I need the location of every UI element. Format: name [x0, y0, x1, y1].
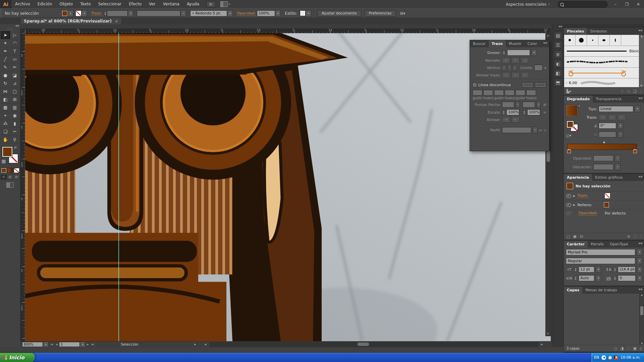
hscroll-left-icon[interactable]: ◀: [203, 343, 208, 346]
add-effect-icon[interactable]: fx: [580, 234, 583, 239]
gradient-aspect-field[interactable]: [599, 131, 616, 137]
scale-tool[interactable]: ⊿: [10, 79, 19, 87]
menu-ayuda[interactable]: Ayuda: [183, 0, 203, 8]
character-tab-carácter[interactable]: Carácter: [564, 241, 588, 248]
free-transform-tool[interactable]: ▢: [10, 87, 19, 96]
close-button[interactable]: ✕: [633, 0, 644, 8]
gradient-angle-dropdown[interactable]: ▾: [618, 122, 623, 129]
gradient-location-dropdown[interactable]: ▾: [615, 164, 621, 170]
control-bar-grip[interactable]: [0, 9, 2, 18]
eraser-tool[interactable]: ◪: [10, 71, 19, 79]
workspace-switcher[interactable]: Aspectos esenciales ▾: [506, 0, 550, 8]
hide-icons-button[interactable]: ◀: [601, 355, 606, 360]
stroke-weight-field[interactable]: [507, 50, 530, 56]
arrange-documents-icon[interactable]: [220, 1, 228, 7]
artboard-dropdown[interactable]: ▾: [80, 342, 86, 347]
search-input[interactable]: [558, 1, 607, 8]
leading-stepper[interactable]: ▲▼: [613, 266, 616, 273]
slice-tool[interactable]: ✂: [10, 128, 19, 136]
fill-indicator[interactable]: [2, 146, 13, 157]
navigator-panel-icon[interactable]: ◐: [554, 60, 562, 67]
horizontal-scroll-thumb[interactable]: [358, 343, 369, 346]
new-brush-icon[interactable]: ❏: [633, 89, 637, 94]
tracking-field[interactable]: 0: [618, 275, 636, 281]
scale-start-stepper[interactable]: ▲▼: [502, 109, 505, 115]
stepper-down-icon[interactable]: ▼: [524, 112, 525, 114]
artboard-tool[interactable]: ❏: [1, 128, 10, 136]
gradient-swatch[interactable]: [566, 105, 578, 117]
notification-bell-icon[interactable]: [608, 356, 612, 359]
delete-gradient-stop-icon[interactable]: ▯: [639, 145, 641, 149]
gradient-swatch-dropdown[interactable]: ▾: [579, 105, 580, 107]
color-mode-button[interactable]: [1, 168, 7, 173]
arrowhead-end-field[interactable]: [523, 102, 535, 108]
dash-value-field[interactable]: [516, 90, 525, 96]
dash-value-field[interactable]: [505, 90, 515, 96]
variable-width-profile-dropdown[interactable]: ▾: [180, 10, 186, 17]
previous-artboard-button[interactable]: ◀: [54, 343, 59, 346]
leading-field[interactable]: (14.4 pt): [618, 266, 636, 273]
blend-tool[interactable]: ◉: [10, 112, 19, 120]
lasso-tool[interactable]: ◠: [10, 39, 19, 47]
expand-icon[interactable]: ▶: [573, 203, 575, 206]
gradient-panel-menu-icon[interactable]: ▾≡: [639, 96, 644, 103]
stroke-weight-dropdown[interactable]: ▾: [531, 49, 537, 56]
restore-button[interactable]: ❐: [621, 0, 633, 8]
variable-width-profile-field[interactable]: [137, 10, 180, 16]
gradient-slider[interactable]: [567, 144, 637, 150]
font-style-field[interactable]: Regular: [566, 258, 635, 264]
stepper-down-icon[interactable]: ▼: [575, 269, 576, 272]
dash-value-field[interactable]: [526, 90, 536, 96]
round-cap-icon[interactable]: ⊂: [512, 57, 520, 63]
new-sublayer-icon[interactable]: ❏: [627, 346, 630, 351]
type-tool[interactable]: T: [10, 47, 19, 55]
link-scales-icon[interactable]: ∞: [543, 110, 546, 115]
stroke-weight-stepper[interactable]: ▲▼: [502, 50, 506, 56]
menu-efecto[interactable]: Efecto: [125, 0, 145, 8]
duplicate-item-icon[interactable]: ❏: [633, 234, 637, 239]
taskbar-clock[interactable]: 10:06 a.m.: [621, 355, 641, 360]
gradient-type-dropdown[interactable]: ▾: [635, 106, 640, 112]
width-profile-field[interactable]: [502, 127, 531, 133]
selection-tool[interactable]: ➤: [1, 31, 10, 39]
symbol-sprayer-tool[interactable]: ⁂: [1, 120, 10, 128]
antivirus-icon[interactable]: K: [614, 356, 618, 360]
align-stroke-inside-icon[interactable]: ⌐: [512, 72, 520, 78]
fill-color-dropdown[interactable]: ▾: [68, 10, 73, 17]
line-segment-tool[interactable]: ╱: [1, 55, 10, 63]
brush-item-charcoal[interactable]: [564, 57, 644, 68]
gradient-stroke-along-icon[interactable]: ⌐: [608, 114, 616, 120]
visibility-eye-icon[interactable]: [566, 203, 571, 207]
horizontal-scrollbar[interactable]: [210, 342, 538, 347]
actions-panel-icon[interactable]: ≣: [554, 51, 562, 58]
delete-brush-icon[interactable]: ▯: [640, 89, 642, 94]
layers-panel-menu-icon[interactable]: ▾≡: [639, 287, 644, 294]
gradient-stroke-within-icon[interactable]: ⌐: [599, 114, 607, 120]
dash-value-field[interactable]: [483, 90, 493, 96]
add-new-fill-icon[interactable]: ▣: [573, 234, 576, 239]
blob-brush-tool[interactable]: ●: [1, 71, 10, 79]
gradient-stop-left[interactable]: [567, 149, 571, 153]
new-layer-icon[interactable]: ▣: [633, 346, 637, 351]
stepper-down-icon[interactable]: ▼: [503, 112, 504, 114]
brushes-panel-menu-icon[interactable]: ▾≡: [639, 28, 644, 35]
brush-item-calligraphic[interactable]: [576, 35, 587, 45]
layers-scroll-thumb[interactable]: [640, 306, 643, 315]
width-tool[interactable]: ⋈: [1, 87, 10, 96]
screen-mode-button[interactable]: [6, 182, 14, 188]
tracking-dropdown[interactable]: ▾: [637, 275, 642, 282]
stepper-down-icon[interactable]: ▼: [614, 269, 615, 272]
preserve-dash-icon[interactable]: [522, 82, 533, 88]
menu-edición[interactable]: Edición: [34, 0, 56, 8]
kerning-field[interactable]: Auto: [579, 275, 594, 281]
layers-scrollbar[interactable]: ▲▼: [639, 294, 644, 345]
style-dropdown[interactable]: ▾: [306, 10, 311, 17]
dashed-line-checkbox[interactable]: −: [473, 83, 477, 87]
start-button[interactable]: Inicio: [0, 353, 35, 362]
stroke-weight-stepper[interactable]: ▲▼: [103, 10, 107, 16]
gradient-tool[interactable]: ▥: [10, 104, 19, 112]
default-fill-stroke-icon[interactable]: [1, 159, 6, 164]
shape-builder-tool[interactable]: ◧: [1, 96, 10, 104]
brushes-tab-pinceles[interactable]: Pinceles: [564, 28, 587, 35]
miter-join-icon[interactable]: ⌐: [502, 65, 506, 71]
